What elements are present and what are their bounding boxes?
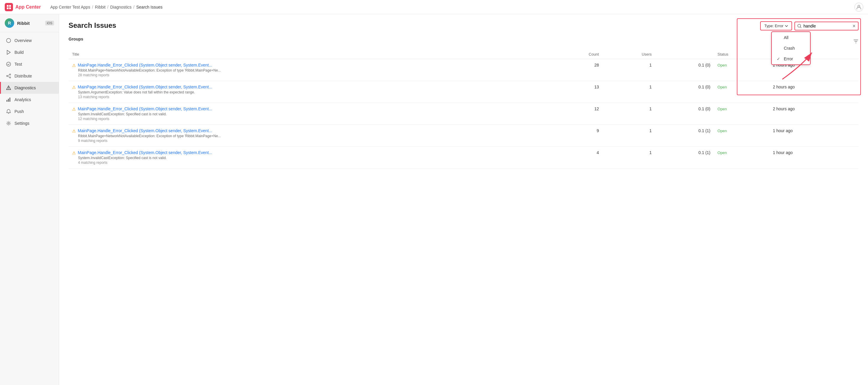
- svg-point-8: [6, 76, 8, 77]
- issue-subtitle: Ribbit.MainPage+NetworkNotAvailableExcep…: [72, 134, 546, 138]
- issue-impact: 0.1 (1): [655, 125, 714, 147]
- sidebar-item-analytics[interactable]: Analytics: [0, 94, 59, 106]
- svg-point-19: [8, 123, 9, 124]
- issue-last-report: 2 hours ago: [769, 103, 859, 125]
- search-input-wrapper: ×: [795, 22, 859, 30]
- sidebar-item-push[interactable]: Push: [0, 106, 59, 117]
- breadcrumb-sep-2: /: [107, 5, 108, 9]
- sidebar-item-overview[interactable]: Overview: [0, 35, 59, 47]
- issue-status: Open: [714, 125, 770, 147]
- issue-title-link[interactable]: ⚠ MainPage.Handle_Error_Clicked (System.…: [72, 63, 546, 68]
- app-avatar: R: [5, 18, 14, 28]
- sidebar-label-distribute: Distribute: [14, 73, 32, 78]
- issue-cell-title: ⚠ MainPage.Handle_Error_Clicked (System.…: [68, 147, 549, 169]
- issue-impact: 0.1 (0): [655, 103, 714, 125]
- issue-subtitle: System.ArgumentException: Value does not…: [72, 90, 546, 94]
- col-users: Users: [602, 50, 655, 59]
- issue-reports: 4 matching reports: [72, 160, 546, 165]
- table-header-row: Title Count Users Status Last report: [68, 50, 859, 59]
- issue-users: 1: [602, 147, 655, 169]
- issue-title-link[interactable]: ⚠ MainPage.Handle_Error_Clicked (System.…: [72, 85, 546, 90]
- issue-users: 1: [602, 103, 655, 125]
- main-layout: R Ribbit iOS Overview Build: [0, 14, 868, 385]
- dropdown-option-error[interactable]: ✓ Error: [772, 54, 810, 64]
- sidebar-label-push: Push: [14, 109, 24, 114]
- issue-title-text: MainPage.Handle_Error_Clicked (System.Ob…: [78, 128, 212, 133]
- filter-icon[interactable]: [853, 39, 859, 44]
- breadcrumb-item-2[interactable]: Ribbit: [95, 5, 105, 9]
- issue-title-link[interactable]: ⚠ MainPage.Handle_Error_Clicked (System.…: [72, 150, 546, 155]
- svg-rect-1: [9, 5, 11, 7]
- push-icon: [6, 109, 11, 114]
- check-icon: ✓: [777, 57, 781, 61]
- search-input[interactable]: [803, 24, 850, 28]
- issue-impact: 0.1 (0): [655, 59, 714, 81]
- app-center-label: App Center: [16, 4, 41, 10]
- issue-title-link[interactable]: ⚠ MainPage.Handle_Error_Clicked (System.…: [72, 107, 546, 112]
- user-avatar[interactable]: [855, 3, 863, 11]
- close-button[interactable]: ×: [852, 23, 856, 29]
- sidebar-item-settings[interactable]: Settings: [0, 117, 59, 129]
- svg-point-7: [6, 62, 11, 66]
- sidebar-label-settings: Settings: [14, 121, 30, 126]
- col-impact: [655, 50, 714, 59]
- svg-rect-0: [7, 5, 8, 7]
- distribute-icon: [6, 73, 11, 79]
- issue-cell-title: ⚠ MainPage.Handle_Error_Clicked (System.…: [68, 81, 549, 103]
- diagnostics-icon: [6, 85, 11, 91]
- sidebar-label-diagnostics: Diagnostics: [14, 85, 36, 90]
- type-dropdown[interactable]: Type: Error: [760, 21, 792, 30]
- issue-impact: 0.1 (1): [655, 147, 714, 169]
- svg-rect-18: [9, 97, 10, 102]
- svg-rect-16: [6, 100, 7, 102]
- app-center-logo[interactable]: App Center: [5, 3, 41, 11]
- sidebar-item-build[interactable]: Build: [0, 47, 59, 58]
- issue-count: 4: [549, 147, 602, 169]
- svg-point-5: [6, 38, 11, 42]
- issue-reports: 12 matching reports: [72, 117, 546, 121]
- issue-users: 1: [602, 81, 655, 103]
- app-name: Ribbit: [17, 21, 42, 26]
- svg-point-10: [9, 77, 11, 78]
- warning-icon: ⚠: [72, 150, 76, 155]
- sidebar-item-distribute[interactable]: Distribute: [0, 70, 59, 82]
- overview-icon: [6, 37, 11, 43]
- build-icon: [6, 49, 11, 55]
- sidebar: R Ribbit iOS Overview Build: [0, 14, 59, 385]
- breadcrumb-sep-3: /: [133, 5, 134, 9]
- issue-status: Open: [714, 103, 770, 125]
- issue-count: 28: [549, 59, 602, 81]
- sidebar-item-diagnostics[interactable]: Diagnostics: [0, 82, 59, 94]
- breadcrumb-item-3[interactable]: Diagnostics: [110, 5, 131, 9]
- settings-icon: [6, 120, 11, 126]
- sidebar-label-overview: Overview: [14, 38, 32, 43]
- table-row: ⚠ MainPage.Handle_Error_Clicked (System.…: [68, 147, 859, 169]
- warning-icon: ⚠: [72, 107, 76, 112]
- breadcrumb-sep-1: /: [92, 5, 93, 9]
- breadcrumb-current: Search Issues: [136, 5, 162, 9]
- groups-label: Groups: [68, 37, 83, 41]
- breadcrumb-item-1[interactable]: App Center Test Apps: [50, 5, 90, 9]
- issue-title-text: MainPage.Handle_Error_Clicked (System.Ob…: [78, 107, 212, 111]
- col-count: Count: [549, 50, 602, 59]
- sidebar-item-test[interactable]: Test: [0, 58, 59, 70]
- dropdown-option-all[interactable]: All: [772, 32, 810, 43]
- issue-status: Open: [714, 59, 770, 81]
- warning-icon: ⚠: [72, 85, 76, 90]
- sidebar-label-analytics: Analytics: [14, 97, 31, 102]
- issue-reports: 28 matching reports: [72, 73, 546, 77]
- col-status: Status: [714, 50, 770, 59]
- warning-icon: ⚠: [72, 129, 76, 134]
- svg-point-15: [8, 89, 9, 89]
- top-nav: App Center App Center Test Apps / Ribbit…: [0, 0, 868, 14]
- svg-rect-3: [9, 7, 11, 9]
- dropdown-option-crash[interactable]: Crash: [772, 43, 810, 54]
- col-title: Title: [68, 50, 549, 59]
- issues-table: Title Count Users Status Last report: [68, 50, 859, 169]
- issue-subtitle: System.InvalidCastException: Specified c…: [72, 112, 546, 116]
- issue-title-link[interactable]: ⚠ MainPage.Handle_Error_Clicked (System.…: [72, 128, 546, 134]
- main-content: Search Issues Type: Error ×: [59, 14, 868, 385]
- svg-rect-2: [7, 7, 8, 9]
- svg-rect-17: [8, 99, 9, 102]
- issue-cell-title: ⚠ MainPage.Handle_Error_Clicked (System.…: [68, 125, 549, 147]
